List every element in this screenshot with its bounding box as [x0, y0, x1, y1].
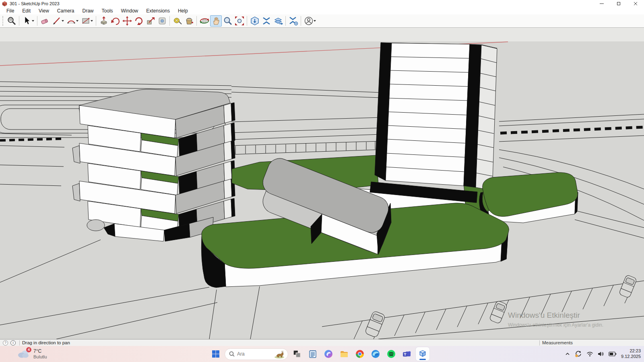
status-bar: ? i Drag in direction to pan Measurement… [0, 339, 644, 346]
move-tool-button[interactable] [121, 15, 133, 27]
search-highlight-deer-image [273, 349, 285, 359]
tape-measure-tool-button[interactable] [171, 15, 183, 27]
paint-bucket-tool-button[interactable] [183, 15, 195, 27]
help-icon[interactable]: ? [3, 340, 8, 346]
offset-tool-button[interactable] [156, 15, 168, 27]
minimize-button[interactable] [593, 0, 610, 7]
toolbar-grip[interactable] [2, 16, 4, 26]
battery-icon[interactable] [609, 351, 617, 357]
toolbar-separator [37, 16, 37, 26]
sketchup-logo-icon [2, 1, 7, 6]
menu-window[interactable]: Window [117, 8, 142, 14]
extension-warehouse-button[interactable] [260, 15, 272, 27]
toolbar [0, 14, 644, 28]
toolbar-separator [96, 16, 96, 26]
pan-tool-button[interactable] [210, 15, 222, 27]
start-button[interactable] [209, 347, 223, 361]
weather-alert-badge: 4 [26, 347, 31, 352]
taskbar-clock[interactable]: 22:23 9.12.2025 [621, 348, 641, 360]
weather-widget[interactable]: 4 7°C Bulutlu [17, 348, 47, 360]
send-to-layout-button[interactable] [272, 15, 284, 27]
menu-draw[interactable]: Draw [78, 8, 98, 14]
toolbar-separator [169, 16, 170, 26]
push-pull-tool-button[interactable] [98, 15, 109, 27]
taskbar: 4 7°C Bulutlu [0, 346, 644, 362]
eraser-tool-button[interactable] [39, 15, 51, 27]
spotify-icon[interactable] [384, 347, 398, 361]
toolbar-separator [285, 16, 286, 26]
taskbar-search[interactable] [225, 348, 288, 360]
clock-date: 9.12.2025 [621, 354, 641, 360]
task-view-button[interactable] [290, 347, 304, 361]
menu-tools[interactable]: Tools [98, 8, 117, 14]
toolbar-separator [19, 16, 19, 26]
volume-icon[interactable] [598, 351, 604, 357]
rectangle-tool-button[interactable] [80, 15, 91, 27]
active-app-indicator [419, 359, 426, 360]
zoom-extents-tool-button[interactable] [233, 15, 245, 27]
close-button[interactable] [627, 0, 644, 7]
wifi-icon[interactable] [586, 351, 593, 357]
clock-time: 22:23 [621, 348, 641, 354]
3d-warehouse-button[interactable] [249, 15, 260, 27]
window-title: 301 - SketchUp Pro 2023 [10, 1, 60, 6]
title-bar: 301 - SketchUp Pro 2023 [0, 0, 644, 7]
chrome-icon[interactable] [353, 347, 367, 361]
sketchup-taskbar-icon[interactable] [416, 347, 429, 361]
hidden-icons-chevron[interactable] [565, 352, 570, 356]
sync-tray-icon[interactable] [575, 350, 582, 358]
menu-bar: File Edit View Camera Draw Tools Window … [0, 7, 644, 14]
teams-icon[interactable] [400, 347, 414, 361]
toolbar-separator [196, 16, 197, 26]
geolocation-info-icon[interactable]: i [10, 340, 16, 346]
arc-tool-button[interactable] [65, 15, 77, 27]
orbit-tool-button[interactable] [198, 15, 210, 27]
rectangle-dropdown-caret[interactable] [91, 20, 93, 22]
toolbar-separator [301, 16, 301, 26]
edge-icon[interactable] [369, 347, 382, 361]
line-tool-button[interactable] [51, 15, 62, 27]
line-dropdown-caret[interactable] [62, 20, 64, 22]
status-hint: Drag in direction to pan [22, 340, 70, 345]
menu-help[interactable]: Help [174, 8, 192, 14]
measurements-label: Measurements [542, 340, 573, 345]
model-tower-building[interactable] [375, 43, 497, 190]
menu-edit[interactable]: Edit [18, 8, 35, 14]
rotate-tool-button[interactable] [133, 15, 144, 27]
account-dropdown-caret[interactable] [314, 20, 316, 22]
viewport-canvas[interactable]: Windows'u Etkinleştir Windows'u etkinleş… [0, 28, 644, 339]
model-right-lawn-mound[interactable] [479, 173, 578, 223]
search-icon [229, 351, 235, 357]
extension-manager-button[interactable] [287, 15, 299, 27]
measurements-input[interactable] [576, 340, 642, 346]
arc-dropdown-caret[interactable] [76, 20, 78, 22]
toolbar-separator [247, 16, 247, 26]
follow-me-tool-button[interactable] [109, 15, 121, 27]
select-dropdown-caret[interactable] [32, 20, 34, 22]
status-separator [19, 340, 20, 346]
menu-extensions[interactable]: Extensions [142, 8, 174, 14]
account-button[interactable] [303, 15, 314, 27]
notepad-app-icon[interactable] [306, 347, 320, 361]
search-input[interactable] [237, 351, 271, 357]
scale-tool-button[interactable] [144, 15, 156, 27]
menu-camera[interactable]: Camera [53, 8, 78, 14]
menu-file[interactable]: File [2, 8, 18, 14]
maximize-button[interactable] [610, 0, 627, 7]
menu-view[interactable]: View [35, 8, 53, 14]
sky [0, 28, 644, 41]
select-tool-button[interactable] [21, 15, 33, 27]
copilot-app-icon[interactable] [322, 347, 335, 361]
zoom-tool-button[interactable] [222, 15, 233, 27]
weather-condition: Bulutlu [33, 354, 47, 360]
model-scene[interactable] [0, 28, 644, 339]
zoom-window-tool-button[interactable] [6, 15, 17, 27]
model-left-building[interactable] [72, 89, 235, 241]
status-separator [539, 340, 540, 346]
file-explorer-icon[interactable] [337, 347, 351, 361]
weather-temperature: 7°C [33, 348, 47, 354]
